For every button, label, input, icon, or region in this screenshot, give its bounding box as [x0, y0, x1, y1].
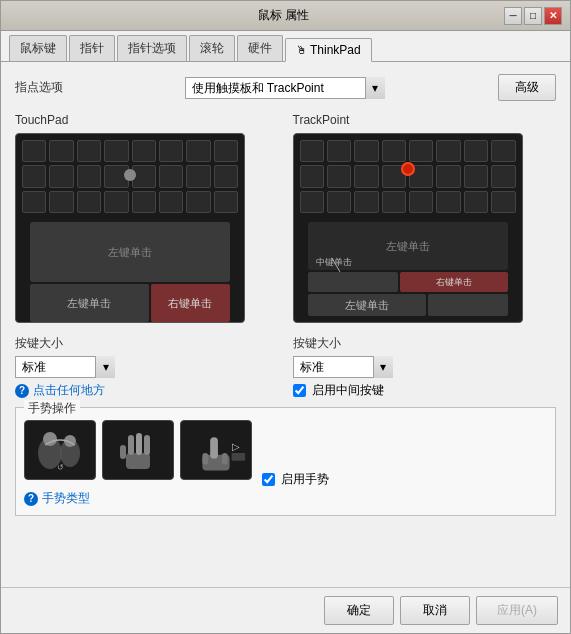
key-stub	[49, 191, 73, 213]
touchpad-surface: 左键单击	[30, 222, 230, 282]
key-stub	[409, 140, 433, 162]
key-stub	[214, 165, 238, 187]
pinch-gesture-icon: ↺	[30, 425, 90, 475]
key-stub	[327, 165, 351, 187]
enable-middle-btn-row: 启用中间按键	[293, 382, 557, 399]
close-button[interactable]: ✕	[544, 7, 562, 25]
trackpoint-section: TrackPoint	[293, 113, 557, 323]
svg-rect-8	[136, 433, 142, 455]
minimize-button[interactable]: ─	[504, 7, 522, 25]
touchpad-dot	[124, 169, 136, 181]
button-size-row: 按键大小 标准 ▾ ? 点击任何地方 按键大小 标准	[15, 335, 556, 399]
key-stub	[327, 191, 351, 213]
svg-rect-6	[126, 453, 150, 469]
key-stub	[49, 140, 73, 162]
title-bar: 鼠标 属性 ─ □ ✕	[1, 1, 570, 31]
key-stub	[436, 165, 460, 187]
right-btn-label: 右键单击	[436, 276, 472, 289]
key-stub	[22, 165, 46, 187]
key-stub	[382, 140, 406, 162]
key-stub	[300, 140, 324, 162]
trackpoint-button-area: 中键单击 右键单击	[308, 272, 508, 322]
trackpoint-size-label: 按键大小	[293, 335, 557, 352]
key-stub	[491, 191, 515, 213]
middle-btn-arrow-icon	[332, 258, 356, 274]
svg-rect-9	[144, 435, 150, 455]
gesture-type-help[interactable]: ? 手势类型	[24, 490, 547, 507]
key-stub	[104, 191, 128, 213]
gesture-image-3: ▷	[180, 420, 252, 480]
touchpad-help-link[interactable]: ? 点击任何地方	[15, 382, 279, 399]
key-stub	[77, 191, 101, 213]
key-stub	[327, 140, 351, 162]
svg-line-0	[332, 258, 340, 272]
key-stub	[436, 191, 460, 213]
key-stub	[186, 140, 210, 162]
tab-wheel[interactable]: 滚轮	[189, 35, 235, 61]
key-stub	[214, 191, 238, 213]
gesture-images: ↺	[24, 420, 252, 480]
tab-thinkpad[interactable]: 🖱ThinkPad	[285, 38, 372, 62]
svg-point-2	[43, 432, 57, 446]
touchpad-title: TouchPad	[15, 113, 279, 127]
thinkpad-tab-icon: 🖱	[296, 44, 307, 56]
key-stub	[132, 140, 156, 162]
touchpad-size-label: 按键大小	[15, 335, 279, 352]
tab-pointer[interactable]: 指针	[69, 35, 115, 61]
key-stub	[354, 191, 378, 213]
advanced-button[interactable]: 高级	[498, 74, 556, 101]
footer: 确定 取消 应用(A)	[1, 587, 570, 633]
point-gesture-icon: ▷	[181, 425, 251, 475]
ok-button[interactable]: 确定	[324, 596, 394, 625]
dropdown-wrapper: 使用触摸板和 TrackPoint ▾	[185, 77, 385, 99]
key-stub	[409, 191, 433, 213]
window-title: 鼠标 属性	[63, 7, 504, 24]
trackpoint-bottom-buttons: 左键单击	[308, 294, 508, 316]
gesture-image-1: ↺	[24, 420, 96, 480]
cancel-button[interactable]: 取消	[400, 596, 470, 625]
trackpoint-keyboard-area	[294, 134, 522, 219]
tab-hardware[interactable]: 硬件	[237, 35, 283, 61]
touchpad-buttons: 左键单击 右键单击	[30, 284, 230, 322]
apply-button[interactable]: 应用(A)	[476, 596, 558, 625]
touchpad-surface-label: 左键单击	[108, 245, 152, 260]
key-stub	[491, 140, 515, 162]
gesture-help-icon: ?	[24, 492, 38, 506]
enable-gesture-checkbox[interactable]	[262, 473, 275, 486]
touchpad-size-select[interactable]: 标准	[15, 356, 115, 378]
pointer-options-label: 指点选项	[15, 79, 63, 96]
maximize-button[interactable]: □	[524, 7, 542, 25]
window-controls: ─ □ ✕	[504, 7, 562, 25]
three-finger-gesture-icon	[108, 425, 168, 475]
key-stub	[159, 140, 183, 162]
trackpoint-right-btn: 右键单击	[400, 272, 508, 292]
svg-rect-12	[210, 437, 218, 458]
key-stub	[159, 191, 183, 213]
key-stub	[22, 191, 46, 213]
key-stub	[464, 140, 488, 162]
key-stub	[491, 165, 515, 187]
enable-middle-btn-checkbox[interactable]	[293, 384, 306, 397]
trackpoint-left-bottom-btn: 左键单击	[308, 294, 427, 316]
trackpoint-size-select-wrapper: 标准 ▾	[293, 356, 393, 378]
pointer-mode-select[interactable]: 使用触摸板和 TrackPoint	[185, 77, 385, 99]
help-icon: ?	[15, 384, 29, 398]
svg-rect-7	[128, 435, 134, 455]
key-stub	[214, 140, 238, 162]
svg-rect-14	[222, 453, 228, 465]
svg-text:↺: ↺	[57, 463, 64, 472]
enable-gesture-label: 启用手势	[281, 471, 329, 488]
gesture-section: 手势操作 ↺	[15, 407, 556, 516]
key-stub	[464, 191, 488, 213]
enable-middle-btn-label: 启用中间按键	[312, 382, 384, 399]
trackpoint-size-select[interactable]: 标准	[293, 356, 393, 378]
key-stub	[300, 191, 324, 213]
trackpoint-size-section: 按键大小 标准 ▾ 启用中间按键	[293, 335, 557, 399]
tab-pointer-options[interactable]: 指针选项	[117, 35, 187, 61]
key-stub	[104, 140, 128, 162]
tab-mouse-buttons[interactable]: 鼠标键	[9, 35, 67, 61]
svg-rect-13	[202, 453, 208, 465]
trackpoint-visual: 左键单击 中键单击	[293, 133, 523, 323]
svg-rect-16	[232, 453, 246, 461]
key-stub	[186, 165, 210, 187]
